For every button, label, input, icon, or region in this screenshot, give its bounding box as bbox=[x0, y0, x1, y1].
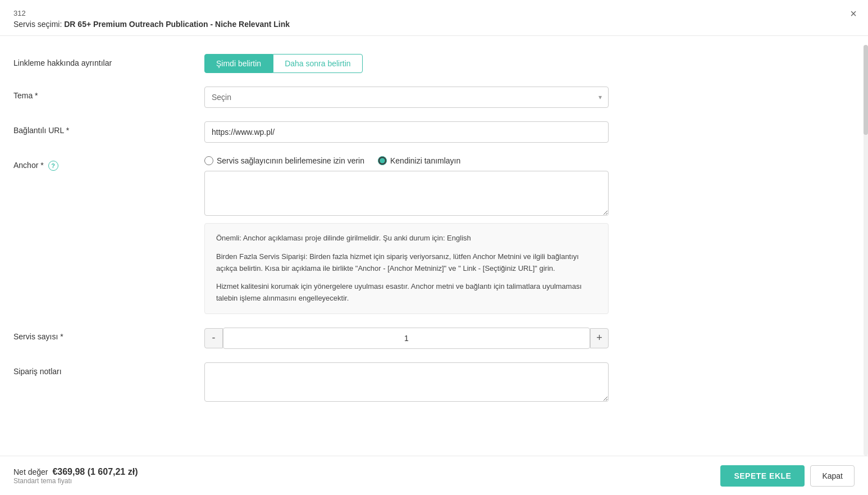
linking-details-row: Linkleme hakkında ayrıntılar Şimdi belir… bbox=[13, 54, 855, 73]
btn-now[interactable]: Şimdi belirtin bbox=[204, 54, 273, 73]
close-button[interactable]: × bbox=[850, 8, 857, 19]
service-name: DR 65+ Premium Outreach Publication - Ni… bbox=[64, 20, 290, 29]
radio-self-label: Kendinizi tanımlayın bbox=[390, 156, 460, 165]
anchor-info-3: Hizmet kalitesini korumak için yönergele… bbox=[216, 281, 597, 305]
quantity-row: Servis sayısı * - + bbox=[13, 328, 855, 349]
anchor-info-1: Önemli: Anchor açıklaması proje dilinde … bbox=[216, 233, 597, 244]
add-to-cart-button[interactable]: SEPETE EKLE bbox=[720, 465, 805, 487]
timing-button-group: Şimdi belirtin Daha sonra belirtin bbox=[204, 54, 609, 73]
tema-label: Tema * bbox=[13, 87, 204, 100]
anchor-row: Anchor * ? Servis sağlayıcının belirleme… bbox=[13, 156, 855, 314]
scrollbar-thumb bbox=[864, 45, 868, 135]
service-title: Servis seçimi: DR 65+ Premium Outreach P… bbox=[13, 20, 855, 29]
footer-close-button[interactable]: Kapat bbox=[810, 465, 855, 487]
net-value-row: Net değer €369,98 (1 607,21 zł) bbox=[13, 467, 138, 477]
anchor-label: Anchor * ? bbox=[13, 156, 204, 171]
help-icon[interactable]: ? bbox=[48, 161, 58, 171]
order-modal: 312 Servis seçimi: DR 65+ Premium Outrea… bbox=[0, 0, 868, 495]
anchor-textarea[interactable] bbox=[204, 171, 609, 216]
quantity-stepper: - + bbox=[204, 328, 609, 349]
radio-self-input[interactable] bbox=[378, 156, 387, 165]
tema-select-wrap: Seçin ▾ bbox=[204, 87, 609, 108]
notes-textarea[interactable] bbox=[204, 362, 609, 402]
quantity-plus-button[interactable]: + bbox=[590, 328, 609, 348]
modal-footer: Net değer €369,98 (1 607,21 zł) Standart… bbox=[0, 456, 868, 495]
radio-provider-label: Servis sağlayıcının belirlemesine izin v… bbox=[217, 156, 364, 165]
scrollbar[interactable] bbox=[864, 45, 868, 456]
footer-actions: SEPETE EKLE Kapat bbox=[720, 465, 855, 487]
radio-provider-input[interactable] bbox=[204, 156, 213, 165]
url-row: Bağlantılı URL * bbox=[13, 121, 855, 143]
url-control bbox=[204, 121, 609, 143]
price-value: €369,98 (1 607,21 zł) bbox=[52, 467, 138, 476]
anchor-info-box: Önemli: Anchor açıklaması proje dilinde … bbox=[204, 223, 609, 314]
notes-row: Sipariş notları bbox=[13, 362, 855, 403]
quantity-control: - + bbox=[204, 328, 609, 349]
btn-later[interactable]: Daha sonra belirtin bbox=[273, 54, 363, 73]
modal-header: 312 Servis seçimi: DR 65+ Premium Outrea… bbox=[0, 0, 868, 36]
tema-row: Tema * Seçin ▾ bbox=[13, 87, 855, 108]
radio-self-option[interactable]: Kendinizi tanımlayın bbox=[378, 156, 460, 165]
linking-details-label: Linkleme hakkında ayrıntılar bbox=[13, 54, 204, 67]
anchor-control: Servis sağlayıcının belirlemesine izin v… bbox=[204, 156, 609, 314]
service-label: Servis seçimi: bbox=[13, 20, 62, 29]
quantity-input[interactable] bbox=[223, 328, 590, 349]
net-label-text: Net değer bbox=[13, 467, 48, 476]
quantity-label: Servis sayısı * bbox=[13, 328, 204, 341]
radio-provider-option[interactable]: Servis sağlayıcının belirlemesine izin v… bbox=[204, 156, 364, 165]
tema-select[interactable]: Seçin bbox=[204, 87, 609, 108]
standard-note: Standart tema fiyatı bbox=[13, 477, 138, 485]
modal-body: Linkleme hakkında ayrıntılar Şimdi belir… bbox=[0, 36, 868, 484]
anchor-radio-group: Servis sağlayıcının belirlemesine izin v… bbox=[204, 156, 609, 165]
anchor-info-2: Birden Fazla Servis Siparişi: Birden faz… bbox=[216, 251, 597, 275]
url-label: Bağlantılı URL * bbox=[13, 121, 204, 135]
order-number: 312 bbox=[13, 9, 855, 17]
url-input[interactable] bbox=[204, 121, 609, 143]
footer-price: Net değer €369,98 (1 607,21 zł) Standart… bbox=[13, 467, 138, 485]
notes-label: Sipariş notları bbox=[13, 362, 204, 376]
linking-details-controls: Şimdi belirtin Daha sonra belirtin bbox=[204, 54, 609, 73]
quantity-minus-button[interactable]: - bbox=[204, 328, 223, 348]
notes-control bbox=[204, 362, 609, 403]
tema-control: Seçin ▾ bbox=[204, 87, 609, 108]
anchor-label-text: Anchor * bbox=[13, 161, 44, 170]
